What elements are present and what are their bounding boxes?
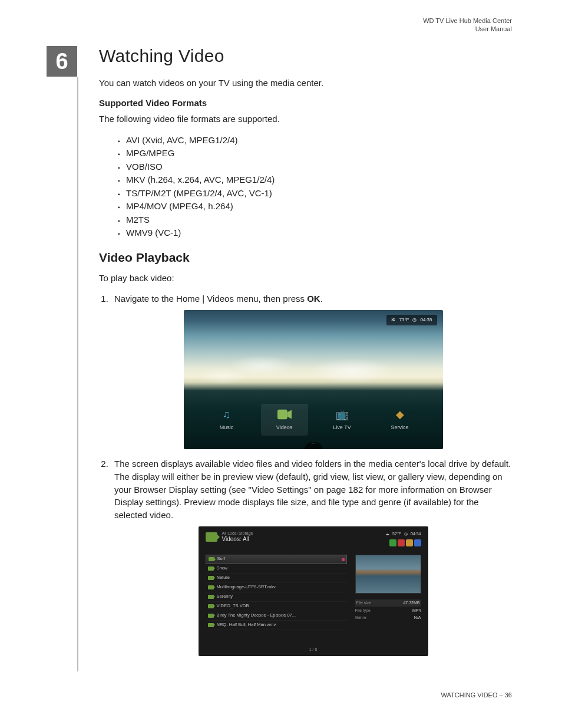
step1-ok: OK	[307, 294, 320, 304]
sky-decoration	[184, 351, 443, 387]
clock-icon: ◷	[412, 317, 416, 324]
list-item[interactable]: Multilanguage-UTF8-SRT.mkv	[206, 583, 347, 592]
meta-label: File size	[356, 600, 372, 606]
step-2: The screen displays available video file…	[111, 457, 512, 656]
menu-music[interactable]: ♫ Music	[203, 407, 250, 431]
format-list: AVI (Xvid, AVC, MPEG1/2/4) MPG/MPEG VOB/…	[118, 134, 512, 240]
format-item: WMV9 (VC-1)	[118, 226, 512, 240]
view-chip-yellow[interactable]	[406, 539, 413, 546]
list-item[interactable]: NRQ- Half Bull, Half Man.wmv	[206, 621, 347, 630]
menu-label: Music	[220, 424, 234, 431]
page-title: Watching Video	[99, 46, 512, 66]
footer-sep: –	[498, 691, 505, 699]
format-item: TS/TP/M2T (MPEG1/2/4, AVC, VC-1)	[118, 187, 512, 200]
file-name: Multilanguage-UTF8-SRT.mkv	[217, 584, 276, 591]
tv-icon: 📺	[335, 407, 349, 421]
home-menu-screenshot: ✲ 73°F ◷ 04:35 ♫ Music Videos	[184, 310, 443, 449]
options-handle[interactable]: ⌒	[305, 442, 322, 449]
intro-text: You can watch videos on your TV using th…	[99, 77, 512, 90]
format-item: VOB/ISO	[118, 160, 512, 174]
file-name: VIDEO_TS.VOB	[217, 603, 249, 610]
meta-value: 47.72MB	[403, 600, 419, 606]
menu-services[interactable]: ◆ Service	[376, 407, 424, 431]
meta-label: File type	[355, 608, 371, 614]
storage-label: All Local Storage	[222, 531, 253, 536]
pager: 1 / 8	[199, 647, 428, 653]
file-name: Birdy The Mighty Decode - Episode 07...	[217, 612, 296, 619]
list-item[interactable]: VIDEO_TS.VOB	[206, 602, 347, 611]
header-meta: WD TV Live Hub Media Center User Manual	[423, 17, 512, 34]
svg-rect-0	[277, 410, 287, 420]
playback-heading: Video Playback	[99, 251, 512, 265]
services-icon: ◆	[393, 407, 407, 421]
header-line1: WD TV Live Hub Media Center	[423, 17, 512, 25]
menu-livetv[interactable]: 📺 Live TV	[319, 407, 366, 431]
page-footer: WATCHING VIDEO – 36	[441, 691, 512, 699]
step2-text: The screen displays available video file…	[114, 459, 511, 520]
format-item: MKV (h.264, x.264, AVC, MPEG1/2/4)	[118, 173, 512, 187]
file-metadata: File size47.72MB File typeMP4 GenreN/A	[355, 599, 421, 622]
view-chip-green[interactable]	[389, 539, 396, 546]
list-item[interactable]: Snow	[206, 564, 347, 574]
step-1: Navigate to the Home | Videos menu, then…	[111, 292, 512, 449]
view-chip-blue[interactable]	[414, 539, 421, 546]
meta-value: N/A	[414, 615, 421, 621]
view-mode-chips[interactable]	[389, 539, 421, 546]
video-preview	[355, 555, 421, 594]
breadcrumb: Videos: All	[222, 536, 253, 543]
temp-value: 73°F	[399, 317, 409, 324]
menu-label: Videos	[276, 424, 292, 431]
file-name: Surf	[217, 556, 226, 562]
list-item[interactable]: Nature	[206, 574, 347, 583]
menu-label: Service	[391, 424, 408, 431]
breadcrumb-area: All Local Storage Videos: All	[206, 531, 253, 543]
weather-icon: ☁	[385, 531, 389, 537]
status-bar: ☁ 57°F ◷ 04:54	[385, 531, 421, 537]
home-menu-bar: ♫ Music Videos 📺 Live TV ◆	[184, 401, 443, 439]
video-file-list: Surf Snow Nature Multilanguage-UTF8-SRT.…	[206, 555, 347, 630]
time-value: 04:35	[420, 317, 432, 324]
step1-text-a: Navigate to the Home | Videos menu, then…	[114, 294, 307, 304]
time-value: 04:54	[411, 531, 421, 537]
file-name: Nature	[217, 575, 230, 581]
menu-videos[interactable]: Videos	[261, 404, 308, 435]
weather-icon: ✲	[391, 317, 395, 324]
temp-value: 57°F	[392, 531, 401, 537]
video-icon	[277, 407, 292, 421]
file-icon	[208, 604, 214, 608]
footer-page: 36	[505, 691, 512, 699]
menu-label: Live TV	[333, 424, 351, 431]
file-icon	[208, 614, 214, 618]
file-icon	[208, 595, 214, 599]
format-item: MPG/MPEG	[118, 147, 512, 160]
header-line2: User Manual	[423, 25, 512, 33]
music-icon: ♫	[220, 407, 234, 421]
meta-value: MP4	[412, 608, 421, 614]
file-name: NRQ- Half Bull, Half Man.wmv	[217, 622, 276, 628]
file-icon	[208, 585, 214, 589]
format-item: M2TS	[118, 213, 512, 227]
format-item: MP4/MOV (MPEG4, h.264)	[118, 200, 512, 213]
status-bar: ✲ 73°F ◷ 04:35	[386, 315, 437, 325]
steps-list: Navigate to the Home | Videos menu, then…	[111, 292, 512, 656]
file-name: Serenity	[217, 594, 233, 600]
file-icon	[208, 623, 214, 627]
list-item[interactable]: Birdy The Mighty Decode - Episode 07...	[206, 611, 347, 621]
list-item[interactable]: Serenity	[206, 592, 347, 602]
meta-label: Genre	[355, 615, 366, 621]
list-item[interactable]: Surf	[206, 555, 347, 564]
step1-text-c: .	[320, 294, 323, 304]
format-item: AVI (Xvid, AVC, MPEG1/2/4)	[118, 134, 512, 147]
playback-intro: To play back video:	[99, 272, 512, 285]
formats-heading: Supported Video Formats	[99, 98, 512, 108]
video-icon	[206, 532, 217, 542]
view-chip-red[interactable]	[398, 539, 405, 546]
clock-icon: ◷	[404, 531, 408, 537]
file-icon	[209, 557, 214, 561]
vertical-divider	[77, 77, 78, 671]
footer-section: WATCHING VIDEO	[441, 691, 498, 699]
file-icon	[208, 566, 214, 571]
video-list-screenshot: All Local Storage Videos: All ☁ 57°F ◷ 0…	[199, 526, 428, 656]
file-name: Snow	[217, 565, 228, 572]
file-icon	[208, 576, 214, 580]
